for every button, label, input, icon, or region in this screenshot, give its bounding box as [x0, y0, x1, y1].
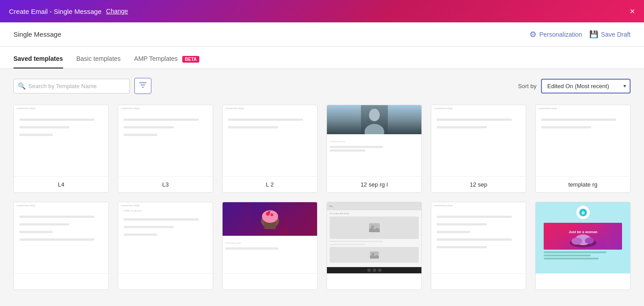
change-link[interactable]: Change: [106, 8, 128, 15]
template-grid: customize.shop L4 customize.shop: [13, 105, 631, 290]
sort-area: Sort by Edited On (Most recent) Created …: [518, 79, 631, 94]
personalization-label: Personalization: [539, 31, 582, 38]
search-input-wrapper: 🔍: [13, 79, 130, 94]
sub-header-right: ⚙ Personalization 💾 Save Draft: [529, 30, 631, 39]
header-title: Create Email - Single Message: [9, 8, 102, 15]
template-thumb: customize.shop: [14, 105, 108, 177]
template-card[interactable]: customize.shop 12 sep: [431, 105, 526, 193]
filter-icon: [139, 82, 146, 90]
svg-point-11: [270, 213, 273, 216]
template-thumb: customize.shop: [431, 105, 526, 177]
sub-header-title: Single Message: [13, 30, 61, 38]
tabs-area: Saved templates Basic templates AMP Temp…: [0, 47, 644, 69]
cupcake-image: [223, 202, 317, 236]
search-input[interactable]: [13, 79, 130, 94]
template-label: L 2: [223, 177, 317, 192]
sub-header-left: Single Message: [13, 30, 61, 38]
template-label: 12 sep: [431, 177, 526, 192]
sort-select[interactable]: Edited On (Most recent) Created On (Most…: [541, 79, 631, 94]
template-thumb: customize.shop: [327, 105, 421, 177]
teal-text-lines: [544, 251, 623, 259]
save-draft-button[interactable]: 💾 Save Draft: [589, 30, 631, 38]
template-card[interactable]: customize.shop: [431, 202, 526, 290]
tab-basic-templates[interactable]: Basic templates: [77, 50, 121, 68]
svg-text:✿: ✿: [581, 211, 585, 215]
sub-header: Single Message ⚙ Personalization 💾 Save …: [0, 22, 644, 47]
close-icon[interactable]: ×: [630, 7, 635, 16]
tab-saved-templates[interactable]: Saved templates: [13, 50, 63, 68]
content-area: 🔍 Sort by Edited On (Most recent) Create…: [0, 69, 644, 306]
filter-button[interactable]: [134, 78, 151, 94]
svg-point-4: [369, 109, 380, 121]
template-card[interactable]: Title I'm a new title block: [326, 202, 422, 290]
template-thumb: customize.shop: [536, 105, 630, 177]
search-bar: 🔍 Sort by Edited On (Most recent) Create…: [13, 78, 631, 94]
template-label: L4: [14, 177, 108, 192]
template-label: template rg: [536, 177, 630, 192]
gear-icon: ⚙: [529, 30, 537, 39]
svg-point-22: [571, 238, 582, 245]
search-icon: 🔍: [18, 82, 26, 89]
template-card[interactable]: customize.shop L 2: [222, 105, 318, 193]
app-header: Create Email - Single Message Change ×: [0, 0, 644, 22]
template-label: L3: [118, 177, 213, 192]
template-card[interactable]: customize.shop HTML 12 sep rg 8: [118, 202, 213, 290]
template-card[interactable]: customize.shop: [222, 202, 318, 290]
personalization-button[interactable]: ⚙ Personalization: [529, 30, 582, 39]
template-label: [327, 274, 421, 289]
template-card[interactable]: customize.shop L4: [13, 105, 109, 193]
header-left: Create Email - Single Message Change: [9, 8, 128, 15]
template-card[interactable]: customize.shop 12 sep rg l: [326, 105, 422, 193]
svg-text:Just be a woman: Just be a woman: [568, 230, 597, 234]
template-thumb: customize.shop: [431, 202, 526, 274]
template-thumb: customize.shop: [118, 105, 213, 177]
template-thumb: customize.shop: [14, 202, 108, 274]
template-label: [118, 274, 213, 289]
save-icon: 💾: [589, 30, 598, 38]
teal-logo: ✿: [576, 206, 590, 219]
save-draft-label: Save Draft: [601, 31, 631, 38]
template-card[interactable]: customize.shop L3: [118, 105, 213, 193]
template-card[interactable]: customize.shop template rg: [535, 105, 631, 193]
template-card[interactable]: customize.shop: [13, 202, 109, 290]
template-label: [431, 274, 526, 289]
template-thumb: Title I'm a new title block: [327, 202, 421, 274]
sort-select-wrapper: Edited On (Most recent) Created On (Most…: [541, 79, 631, 94]
template-thumb: customize.shop: [223, 202, 317, 274]
svg-point-23: [585, 238, 594, 244]
template-label: [223, 274, 317, 289]
template-label: 12 sep rg l: [327, 177, 421, 192]
person-image: [327, 105, 421, 134]
template-thumb: customize.shop: [223, 105, 317, 177]
template-card[interactable]: ✿: [535, 202, 631, 290]
tab-amp-templates[interactable]: AMP Templates BETA: [134, 50, 199, 68]
teal-thumb: ✿: [536, 202, 630, 273]
sort-label: Sort by: [518, 83, 537, 89]
template-thumb: ✿: [536, 202, 630, 274]
beta-badge: BETA: [182, 56, 199, 63]
teal-image: Just be a woman: [544, 223, 623, 250]
template-label: [536, 274, 630, 289]
template-thumb: customize.shop HTML 12 sep rg 8: [118, 202, 213, 274]
template-label: [14, 274, 108, 289]
svg-point-12: [268, 211, 270, 213]
